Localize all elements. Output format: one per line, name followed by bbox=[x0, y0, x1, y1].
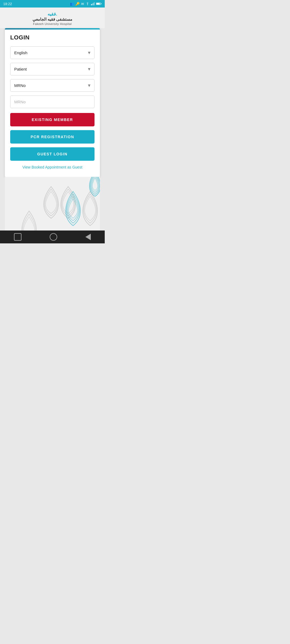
logo-arabic-main: فقيه. bbox=[32, 11, 72, 17]
square-nav-button[interactable] bbox=[14, 233, 21, 241]
key-icon: 🔑 bbox=[75, 2, 80, 6]
battery-icon bbox=[96, 2, 102, 5]
language-dropdown[interactable]: English Arabic bbox=[10, 46, 95, 59]
teams-icon: 👥 bbox=[70, 2, 74, 6]
logo-arabic-sub: مستشفى فقيه الجامعي bbox=[32, 17, 72, 22]
view-appointment-link[interactable]: View Booked Appointment as Guest bbox=[10, 165, 95, 169]
header-area: فقيه. مستشفى فقيه الجامعي Fakeeh Univers… bbox=[0, 8, 105, 28]
nav-bar bbox=[0, 230, 105, 243]
status-icons: 👥 🔑 ✉ bbox=[70, 2, 102, 6]
login-title: LOGIN bbox=[10, 34, 95, 41]
message-icon: ✉ bbox=[81, 2, 84, 6]
svg-rect-1 bbox=[92, 3, 93, 5]
svg-rect-3 bbox=[94, 2, 95, 5]
circle-nav-button[interactable] bbox=[50, 233, 57, 241]
signal-icon bbox=[91, 2, 95, 5]
svg-rect-2 bbox=[93, 3, 94, 5]
guest-login-button[interactable]: GUEST LOGIN bbox=[10, 147, 95, 161]
back-nav-button[interactable] bbox=[85, 234, 91, 240]
wifi-icon bbox=[85, 2, 90, 5]
svg-rect-6 bbox=[96, 3, 100, 5]
usertype-dropdown-wrapper: Patient Staff ▼ bbox=[10, 63, 95, 75]
pcr-registration-button[interactable]: PCR REGISTRATION bbox=[10, 130, 95, 144]
logo-english: Fakeeh University Hospital bbox=[32, 22, 72, 25]
login-card: LOGIN English Arabic ▼ Patient Staff ▼ M… bbox=[5, 28, 100, 177]
status-bar: 18:22 👥 🔑 ✉ bbox=[0, 0, 105, 8]
svg-rect-0 bbox=[91, 4, 92, 5]
idtype-dropdown[interactable]: MRNo National ID Passport bbox=[10, 79, 95, 92]
status-time: 18:22 bbox=[3, 2, 12, 6]
decoration-area bbox=[5, 177, 100, 230]
background-decoration bbox=[5, 177, 100, 230]
usertype-dropdown[interactable]: Patient Staff bbox=[10, 63, 95, 75]
existing-member-button[interactable]: EXISTING MEMBER bbox=[10, 113, 95, 126]
svg-rect-5 bbox=[101, 3, 102, 4]
language-dropdown-wrapper: English Arabic ▼ bbox=[10, 46, 95, 59]
idtype-dropdown-wrapper: MRNo National ID Passport ▼ bbox=[10, 79, 95, 92]
mrno-input[interactable] bbox=[10, 96, 95, 108]
